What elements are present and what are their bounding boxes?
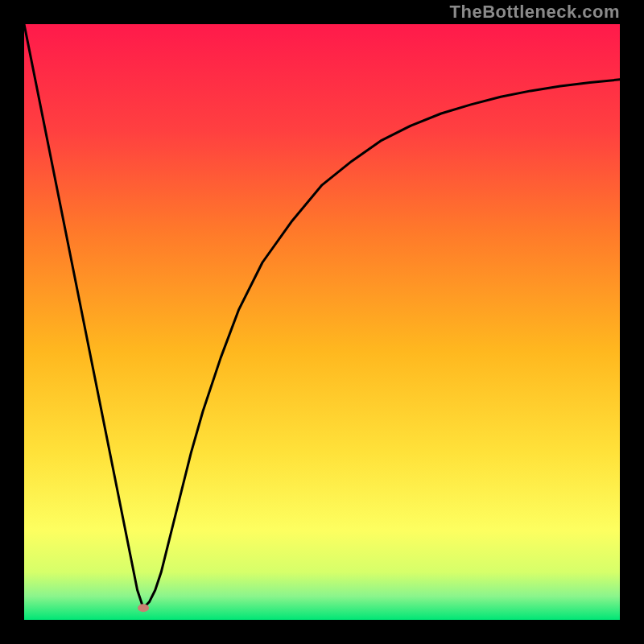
gradient-background — [24, 24, 620, 620]
watermark-text: TheBottleneck.com — [450, 2, 620, 23]
plot-area — [24, 24, 620, 620]
optimum-marker — [138, 604, 149, 612]
chart-frame: TheBottleneck.com — [0, 0, 644, 644]
chart-svg — [24, 24, 620, 620]
